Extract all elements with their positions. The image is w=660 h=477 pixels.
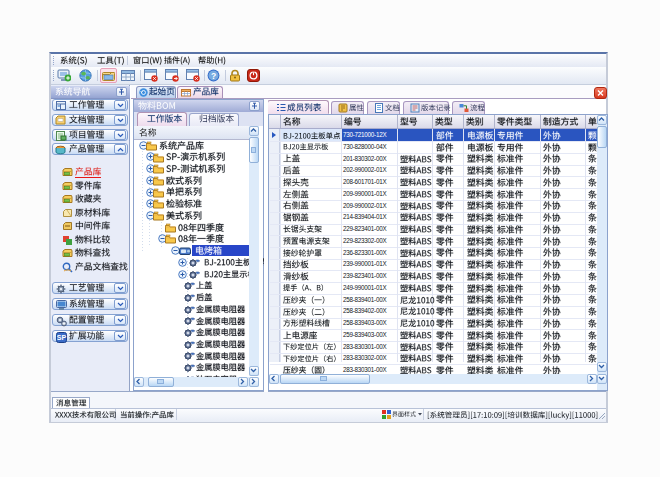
svg-text:?: ? — [211, 71, 216, 81]
svg-text:SP: SP — [57, 334, 67, 341]
